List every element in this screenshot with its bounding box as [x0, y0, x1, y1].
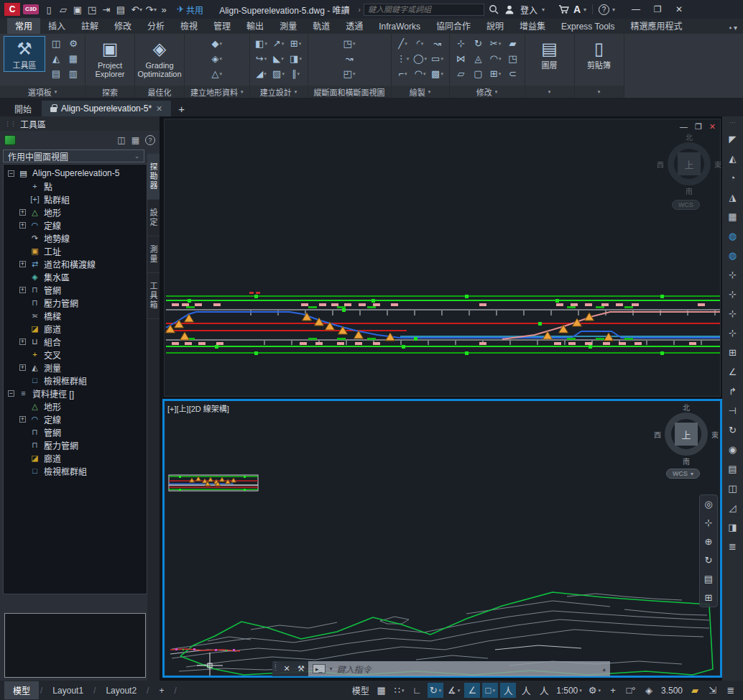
- annotation-scale-value[interactable]: 1:500▾: [554, 683, 584, 698]
- clipboard-button[interactable]: ▯剪貼簿: [578, 36, 620, 72]
- tool-◬[interactable]: ◬: [471, 52, 486, 65]
- layout-tab-模型[interactable]: 模型: [4, 681, 39, 699]
- graphics-performance[interactable]: ▰: [687, 683, 703, 698]
- center-tool-icon[interactable]: ◉: [726, 443, 740, 456]
- showmotion-icon[interactable]: ▤: [704, 574, 713, 584]
- tree-expander-icon[interactable]: +: [19, 339, 26, 345]
- toolspace-help-icon[interactable]: ?: [145, 135, 155, 145]
- command-line-grip[interactable]: ⋮⋮⋮⋮: [272, 661, 280, 676]
- annotation-visibility-toggle[interactable]: 人: [500, 683, 516, 698]
- command-prompt-icon[interactable]: ▸_: [313, 664, 326, 673]
- help-dropdown-icon[interactable]: ▾: [612, 6, 615, 13]
- command-input[interactable]: ▸_ ▾ 鍵入指令 ▴: [308, 661, 610, 676]
- ribbon-tab-軌道[interactable]: 軌道: [305, 18, 338, 34]
- ribbon-tab-測量[interactable]: 測量: [272, 18, 305, 34]
- more-commands-icon[interactable]: »: [157, 2, 171, 17]
- tool-↪[interactable]: ↪▾: [254, 52, 269, 65]
- tree-expander-icon[interactable]: +: [19, 287, 26, 293]
- panel-title[interactable]: 探索: [86, 86, 134, 98]
- viewport-bottom-active[interactable]: [+][上][2D 線架構] 北南 西東 上 WCS▾ ◎⊹⊕↻▤⊞: [162, 399, 722, 678]
- model-space-toggle[interactable]: 模型: [350, 683, 372, 698]
- tree-item-廊道[interactable]: ◪廊道: [4, 451, 147, 464]
- geolocation-icon[interactable]: ◍: [726, 229, 740, 242]
- toolspace-title-bar[interactable]: ⋮⋮ 工具區: [0, 116, 160, 131]
- ribbon-tab-InfraWorks[interactable]: InfraWorks: [371, 20, 428, 34]
- polar-tracking-toggle[interactable]: ↻▾: [428, 683, 443, 698]
- panel-title[interactable]: 建立地形資料▾: [185, 86, 249, 98]
- tree-expander-icon[interactable]: +: [19, 416, 26, 423]
- layout-tab-Layout2[interactable]: Layout2: [97, 683, 145, 699]
- panel-title[interactable]: 修改▾: [450, 86, 525, 98]
- tree-item-地形[interactable]: △地形: [4, 400, 147, 413]
- tree-expander-icon[interactable]: +: [19, 209, 26, 216]
- panorama-icon[interactable]: ▦: [131, 135, 139, 145]
- drawing-close-icon[interactable]: ✕: [709, 122, 716, 132]
- tree-item-資料捷徑 [][interactable]: −≡資料捷徑 []: [4, 387, 147, 400]
- tree-item-點群組[interactable]: [+]點群組: [4, 193, 147, 206]
- tree-item-檢視框群組[interactable]: □檢視框群組: [4, 374, 147, 387]
- grid-display-icon[interactable]: ⊞: [705, 592, 713, 603]
- object-snap-tracking-toggle[interactable]: ∠: [464, 683, 480, 698]
- view-tool-icon[interactable]: ◨: [726, 520, 740, 533]
- toolspace-tab-設定[interactable]: 設定: [147, 200, 160, 236]
- help-icon[interactable]: ?: [599, 4, 609, 15]
- customization-menu[interactable]: ≣: [723, 683, 739, 698]
- wcs-menu-top[interactable]: WCS: [672, 200, 700, 210]
- new-layout-button[interactable]: +: [150, 683, 172, 699]
- ribbon-display-toggle[interactable]: ▪ ▾: [729, 24, 737, 34]
- tool-◰[interactable]: ◰▾: [341, 67, 357, 80]
- tool-▩[interactable]: ▩▾: [430, 67, 446, 80]
- tree-item-組合[interactable]: +⊔組合: [4, 335, 147, 348]
- viewcube-top[interactable]: 北南 西東 上: [666, 141, 712, 187]
- tree-item-道岔和橫渡線[interactable]: +⇄道岔和橫渡線: [4, 257, 147, 270]
- tree-expander-icon[interactable]: +: [19, 261, 26, 267]
- tool-◧[interactable]: ◧▾: [254, 37, 269, 50]
- online-map-icon[interactable]: ◍: [726, 249, 740, 262]
- tool-◭[interactable]: ◭: [48, 52, 64, 65]
- elevation-value[interactable]: 3.500: [659, 683, 685, 698]
- panel-title[interactable]: 繪製▾: [392, 86, 449, 98]
- tool-▦[interactable]: ▦: [65, 52, 81, 65]
- viewport-top[interactable]: — ❐ ✕ 北南 西東 上 WCS: [164, 119, 721, 397]
- tool-↝[interactable]: ↝: [341, 52, 357, 65]
- viewcube-face-top[interactable]: 上: [678, 152, 701, 175]
- export-icon[interactable]: ⇥: [99, 2, 114, 17]
- tool-◫[interactable]: ◫: [48, 37, 64, 50]
- tool-✂[interactable]: ✂▾: [488, 37, 504, 50]
- tree-item-定線[interactable]: +◠定線: [4, 218, 147, 231]
- file-tab-document[interactable]: Align-Superelevation-5* ✕: [42, 101, 171, 116]
- drawing-minimize-icon[interactable]: —: [680, 122, 688, 132]
- tree-item-地形[interactable]: +△地形: [4, 206, 147, 218]
- tool-◜[interactable]: ◜▾: [412, 37, 428, 50]
- tool-⋈[interactable]: ⋈: [453, 52, 469, 65]
- panel-title[interactable]: ▾: [525, 86, 574, 98]
- tree-item-壓力管網[interactable]: ⊓壓力管網: [4, 438, 147, 451]
- ribbon-tab-分析[interactable]: 分析: [139, 18, 172, 34]
- grading-optimization-button[interactable]: ◈Grading Optimization: [139, 36, 180, 80]
- ribbon-tab-常用[interactable]: 常用: [7, 18, 40, 34]
- profile-tool-icon[interactable]: ↱: [726, 384, 740, 397]
- tool-▰[interactable]: ▰: [505, 37, 521, 50]
- save-icon[interactable]: ▣: [70, 2, 85, 17]
- tool-▭[interactable]: ▭▾: [430, 52, 446, 65]
- tool-⊂[interactable]: ⊂: [505, 67, 521, 80]
- protractor-tool-icon[interactable]: ◭: [726, 152, 740, 165]
- tool-▢[interactable]: ▢: [471, 67, 486, 80]
- wcs-menu-bottom[interactable]: WCS▾: [666, 469, 700, 479]
- tool-▱[interactable]: ▱: [453, 67, 469, 80]
- panel-title[interactable]: 縱斷面和橫斷面視圖: [308, 86, 391, 98]
- command-history-icon[interactable]: ▴: [602, 666, 606, 673]
- tree-item-集水區[interactable]: ◈集水區: [4, 270, 147, 283]
- tool-⚙[interactable]: ⚙: [65, 37, 81, 50]
- tool-◳[interactable]: ◳▾: [341, 37, 357, 50]
- panel-title[interactable]: 最佳化: [135, 86, 184, 98]
- tree-item-地勢線[interactable]: ↷地勢線: [4, 231, 147, 244]
- object-snap-toggle[interactable]: □▾: [482, 683, 498, 698]
- toolspace-tab-測量[interactable]: 測量: [147, 236, 160, 273]
- ribbon-tab-協同合作[interactable]: 協同合作: [428, 18, 479, 34]
- tree-item-檢視框群組[interactable]: □檢視框群組: [4, 464, 147, 477]
- tree-item-工址[interactable]: ▣工址: [4, 244, 147, 257]
- annotation-scale-icon[interactable]: 人: [536, 683, 552, 698]
- tool-↗[interactable]: ↗▾: [271, 37, 287, 50]
- grid-tool-icon[interactable]: ⊞: [726, 346, 740, 359]
